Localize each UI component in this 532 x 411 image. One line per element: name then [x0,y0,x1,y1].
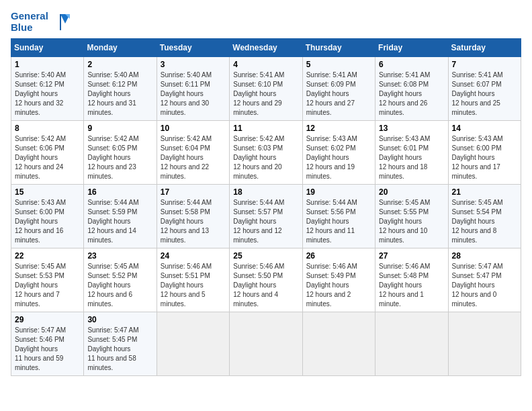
day-number: 6 [379,60,444,69]
calendar-day-cell: 26 Sunrise: 5:46 AMSunset: 5:49 PMDaylig… [302,248,375,312]
calendar-day-cell: 18 Sunrise: 5:44 AMSunset: 5:57 PMDaylig… [230,185,302,248]
day-of-week-header: Sunday [11,39,84,57]
day-number: 9 [87,124,152,133]
calendar-day-cell: 29 Sunrise: 5:47 AMSunset: 5:46 PMDaylig… [11,312,84,376]
calendar-body: 1 Sunrise: 5:40 AMSunset: 6:12 PMDayligh… [11,57,521,376]
calendar-day-cell: 11 Sunrise: 5:42 AMSunset: 6:03 PMDaylig… [230,121,302,185]
day-info: Sunrise: 5:41 AMSunset: 6:10 PMDaylight … [233,71,284,116]
day-number: 2 [87,60,152,69]
calendar-day-cell: 17 Sunrise: 5:44 AMSunset: 5:58 PMDaylig… [157,185,229,248]
calendar-day-cell: 13 Sunrise: 5:43 AMSunset: 6:01 PMDaylig… [375,121,448,185]
calendar-day-cell: 1 Sunrise: 5:40 AMSunset: 6:12 PMDayligh… [11,57,84,121]
calendar-day-cell: 23 Sunrise: 5:45 AMSunset: 5:52 PMDaylig… [84,248,157,312]
day-number: 19 [306,187,371,197]
day-number: 8 [15,124,80,133]
day-number: 23 [87,251,152,261]
logo-wrapper: General Blue [11,11,70,33]
days-of-week-row: SundayMondayTuesdayWednesdayThursdayFrid… [11,39,521,57]
calendar-day-cell: 12 Sunrise: 5:43 AMSunset: 6:02 PMDaylig… [302,121,375,185]
day-number: 11 [233,124,298,133]
day-info: Sunrise: 5:47 AMSunset: 5:45 PMDaylight … [87,326,138,371]
day-info: Sunrise: 5:42 AMSunset: 6:05 PMDaylight … [87,135,138,180]
day-of-week-header: Tuesday [157,39,229,57]
day-number: 28 [452,251,517,261]
calendar-day-cell: 15 Sunrise: 5:43 AMSunset: 6:00 PMDaylig… [11,185,84,248]
day-number: 13 [379,124,444,133]
day-info: Sunrise: 5:46 AMSunset: 5:50 PMDaylight … [233,263,284,308]
calendar-day-cell: 24 Sunrise: 5:46 AMSunset: 5:51 PMDaylig… [157,248,229,312]
calendar-day-cell: 21 Sunrise: 5:45 AMSunset: 5:54 PMDaylig… [448,185,521,248]
calendar-week-row: 15 Sunrise: 5:43 AMSunset: 6:00 PMDaylig… [11,185,521,248]
day-of-week-header: Monday [84,39,157,57]
calendar-day-cell: 4 Sunrise: 5:41 AMSunset: 6:10 PMDayligh… [230,57,302,121]
day-number: 22 [15,251,80,261]
day-info: Sunrise: 5:43 AMSunset: 6:00 PMDaylight … [15,199,66,244]
day-info: Sunrise: 5:42 AMSunset: 6:03 PMDaylight … [233,135,284,180]
calendar-week-row: 22 Sunrise: 5:45 AMSunset: 5:53 PMDaylig… [11,248,521,312]
day-of-week-header: Friday [375,39,448,57]
day-number: 16 [87,187,152,197]
day-info: Sunrise: 5:40 AMSunset: 6:12 PMDaylight … [15,71,66,116]
day-info: Sunrise: 5:43 AMSunset: 6:00 PMDaylight … [452,135,503,180]
calendar-table: SundayMondayTuesdayWednesdayThursdayFrid… [11,38,521,376]
day-number: 7 [452,60,517,69]
calendar-day-cell: 5 Sunrise: 5:41 AMSunset: 6:09 PMDayligh… [302,57,375,121]
day-number: 27 [379,251,444,261]
day-info: Sunrise: 5:42 AMSunset: 6:06 PMDaylight … [15,135,66,180]
day-of-week-header: Wednesday [230,39,302,57]
calendar-day-cell: 20 Sunrise: 5:45 AMSunset: 5:55 PMDaylig… [375,185,448,248]
logo-text: General Blue [11,11,48,33]
day-info: Sunrise: 5:45 AMSunset: 5:53 PMDaylight … [15,263,66,308]
calendar-day-cell: 8 Sunrise: 5:42 AMSunset: 6:06 PMDayligh… [11,121,84,185]
calendar-day-cell [230,312,302,376]
day-number: 25 [233,251,298,261]
calendar-day-cell: 25 Sunrise: 5:46 AMSunset: 5:50 PMDaylig… [230,248,302,312]
logo-flag-icon [51,13,70,32]
day-number: 24 [161,251,226,261]
day-number: 14 [452,124,517,133]
calendar-day-cell: 16 Sunrise: 5:44 AMSunset: 5:59 PMDaylig… [84,185,157,248]
calendar-day-cell [375,312,448,376]
day-info: Sunrise: 5:44 AMSunset: 5:58 PMDaylight … [161,199,212,244]
day-info: Sunrise: 5:41 AMSunset: 6:07 PMDaylight … [452,71,503,116]
day-number: 4 [233,60,298,69]
calendar-day-cell: 22 Sunrise: 5:45 AMSunset: 5:53 PMDaylig… [11,248,84,312]
svg-rect-2 [60,14,61,30]
calendar-day-cell: 2 Sunrise: 5:40 AMSunset: 6:12 PMDayligh… [84,57,157,121]
calendar-day-cell: 14 Sunrise: 5:43 AMSunset: 6:00 PMDaylig… [448,121,521,185]
logo: General Blue [11,11,70,33]
day-info: Sunrise: 5:40 AMSunset: 6:12 PMDaylight … [87,71,138,116]
day-number: 5 [306,60,371,69]
calendar-day-cell [448,312,521,376]
calendar-week-row: 29 Sunrise: 5:47 AMSunset: 5:46 PMDaylig… [11,312,521,376]
calendar-day-cell: 19 Sunrise: 5:44 AMSunset: 5:56 PMDaylig… [302,185,375,248]
day-info: Sunrise: 5:46 AMSunset: 5:48 PMDaylight … [379,263,430,308]
calendar-day-cell: 10 Sunrise: 5:42 AMSunset: 6:04 PMDaylig… [157,121,229,185]
day-info: Sunrise: 5:44 AMSunset: 5:56 PMDaylight … [306,199,357,244]
day-info: Sunrise: 5:45 AMSunset: 5:55 PMDaylight … [379,199,430,244]
calendar-day-cell: 3 Sunrise: 5:40 AMSunset: 6:11 PMDayligh… [157,57,229,121]
day-info: Sunrise: 5:45 AMSunset: 5:52 PMDaylight … [87,263,138,308]
day-number: 30 [87,315,152,324]
day-number: 18 [233,187,298,197]
day-info: Sunrise: 5:45 AMSunset: 5:54 PMDaylight … [452,199,503,244]
calendar-week-row: 8 Sunrise: 5:42 AMSunset: 6:06 PMDayligh… [11,121,521,185]
day-info: Sunrise: 5:42 AMSunset: 6:04 PMDaylight … [161,135,212,180]
day-info: Sunrise: 5:46 AMSunset: 5:51 PMDaylight … [161,263,212,308]
calendar-day-cell: 6 Sunrise: 5:41 AMSunset: 6:08 PMDayligh… [375,57,448,121]
day-number: 15 [15,187,80,197]
day-number: 1 [15,60,80,69]
calendar-day-cell [302,312,375,376]
calendar-day-cell: 7 Sunrise: 5:41 AMSunset: 6:07 PMDayligh… [448,57,521,121]
day-info: Sunrise: 5:47 AMSunset: 5:46 PMDaylight … [15,326,66,371]
day-number: 26 [306,251,371,261]
day-number: 21 [452,187,517,197]
day-number: 3 [161,60,226,69]
day-number: 17 [161,187,226,197]
page-header: General Blue [11,11,521,33]
day-number: 20 [379,187,444,197]
calendar-day-cell [157,312,229,376]
day-info: Sunrise: 5:41 AMSunset: 6:09 PMDaylight … [306,71,357,116]
day-info: Sunrise: 5:44 AMSunset: 5:57 PMDaylight … [233,199,284,244]
day-info: Sunrise: 5:41 AMSunset: 6:08 PMDaylight … [379,71,430,116]
